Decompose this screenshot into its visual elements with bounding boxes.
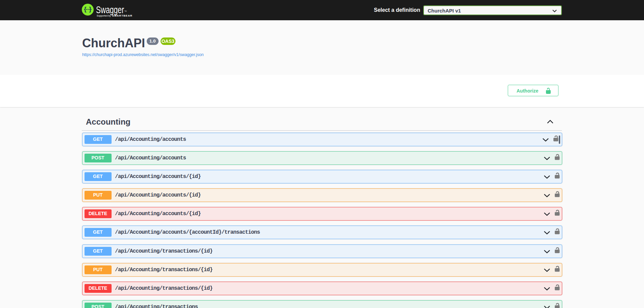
svg-text:{: { [84,6,87,12]
